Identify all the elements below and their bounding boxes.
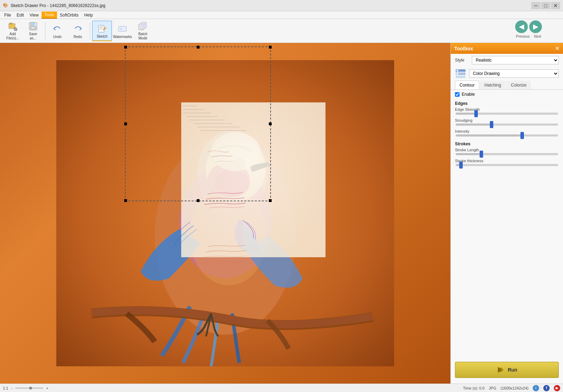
stroke-length-thumb[interactable] bbox=[480, 151, 483, 158]
batch-mode-button[interactable]: BatchMode bbox=[133, 21, 153, 41]
share-button[interactable]: f bbox=[543, 385, 550, 391]
menu-help[interactable]: Help bbox=[81, 12, 96, 18]
nav-labels: Previous Next bbox=[516, 34, 541, 38]
edge-strength-thumb[interactable] bbox=[474, 110, 478, 117]
nav-area: ◀ ▶ Previous Next bbox=[515, 20, 542, 38]
style-label: Style bbox=[455, 58, 469, 63]
stroke-thickness-track[interactable] bbox=[456, 164, 558, 166]
toolbox-spacer bbox=[451, 169, 563, 356]
format-label: JPG bbox=[489, 386, 496, 390]
presets-select[interactable]: Color Drawing bbox=[469, 69, 559, 78]
toolbar-separator-2 bbox=[90, 22, 90, 40]
close-button[interactable]: ✕ bbox=[551, 2, 560, 9]
run-area: Run bbox=[451, 356, 563, 384]
add-files-label: AddFile(s)... bbox=[6, 32, 19, 40]
add-files-button[interactable]: AddFile(s)... bbox=[3, 21, 23, 41]
enable-row: Enable bbox=[451, 90, 563, 99]
sketch-label: Sketch bbox=[97, 34, 108, 39]
title-bar: 🎨 Sketch Drawer Pro - 1442285_8066162822… bbox=[0, 0, 563, 11]
save-as-button[interactable]: Saveas... bbox=[23, 21, 43, 41]
edge-strength-label: Edge Strength bbox=[455, 107, 559, 112]
canvas-area[interactable] bbox=[0, 43, 450, 384]
redo-label: Redo bbox=[74, 35, 82, 39]
toolbox-title: Toolbox bbox=[454, 46, 473, 51]
nav-buttons: ◀ ▶ bbox=[515, 20, 542, 33]
redo-button[interactable]: Redo bbox=[68, 21, 88, 41]
status-bar: 1:1 - + Time (s): 0.0 JPG (1600x1242x24)… bbox=[0, 384, 563, 392]
undo-icon bbox=[52, 23, 63, 34]
next-button[interactable]: ▶ bbox=[529, 20, 542, 33]
title-bar-text: Sketch Drawer Pro - 1442285_80661628222s… bbox=[11, 3, 531, 8]
intensity-thumb[interactable] bbox=[520, 132, 524, 139]
menu-tools[interactable]: Tools bbox=[42, 12, 57, 19]
presets-icon bbox=[455, 68, 466, 79]
style-select[interactable]: Realistic bbox=[472, 56, 559, 64]
run-icon bbox=[496, 366, 505, 374]
menu-view[interactable]: View bbox=[27, 12, 42, 18]
svg-point-47 bbox=[457, 70, 458, 71]
watermarks-icon: A bbox=[117, 23, 128, 34]
intensity-track[interactable] bbox=[456, 134, 558, 137]
sketch-icon bbox=[96, 23, 108, 34]
strokes-section-header: Strokes bbox=[451, 139, 563, 147]
svg-rect-46 bbox=[456, 76, 466, 78]
zoom-area: 1:1 - + bbox=[3, 386, 50, 390]
svg-rect-1 bbox=[10, 23, 12, 24]
smudging-fill bbox=[456, 124, 492, 126]
maximize-button[interactable]: □ bbox=[541, 2, 550, 9]
edges-section-header: Edges bbox=[451, 99, 563, 107]
save-as-label: Saveas... bbox=[29, 32, 37, 40]
zoom-thumb bbox=[29, 387, 32, 390]
menu-edit[interactable]: Edit bbox=[14, 12, 27, 18]
tab-colorize[interactable]: Colorize bbox=[506, 81, 531, 89]
dimensions-label: (1600x1242x24) bbox=[500, 386, 529, 390]
menu-softorbits[interactable]: SoftOrbits bbox=[57, 12, 81, 18]
watermarks-button[interactable]: A Watermarks bbox=[113, 21, 132, 41]
svg-point-48 bbox=[457, 73, 458, 75]
stroke-length-track[interactable] bbox=[456, 153, 558, 155]
info-button[interactable]: i bbox=[533, 385, 539, 391]
zoom-track[interactable] bbox=[15, 387, 43, 389]
toolbox-close-button[interactable]: ✕ bbox=[555, 45, 559, 52]
previous-label: Previous bbox=[516, 34, 530, 38]
tab-hatching[interactable]: Hatching bbox=[480, 81, 506, 89]
previous-button[interactable]: ◀ bbox=[515, 20, 528, 33]
edge-strength-slider-row: Edge Strength bbox=[451, 107, 563, 118]
batch-icon bbox=[137, 21, 148, 31]
intensity-label: Intensity bbox=[455, 129, 559, 133]
svg-rect-9 bbox=[31, 27, 35, 29]
svg-marker-50 bbox=[501, 367, 504, 373]
video-button[interactable]: ▶ bbox=[554, 385, 560, 391]
status-info: Time (s): 0.0 JPG (1600x1242x24) i f ▶ bbox=[463, 385, 560, 391]
toolbar-separator-1 bbox=[45, 22, 45, 40]
bird-image bbox=[0, 43, 450, 384]
smudging-track[interactable] bbox=[456, 124, 558, 126]
presets-row: Color Drawing bbox=[451, 67, 563, 81]
zoom-min-button[interactable]: - bbox=[10, 386, 14, 390]
watermarks-label: Watermarks bbox=[113, 35, 132, 39]
add-files-icon bbox=[7, 21, 18, 31]
tab-contour[interactable]: Contour bbox=[455, 81, 479, 89]
run-label: Run bbox=[508, 367, 517, 373]
menu-file[interactable]: File bbox=[1, 12, 14, 18]
save-icon bbox=[27, 21, 39, 31]
minimize-button[interactable]: ─ bbox=[531, 2, 540, 9]
stroke-thickness-thumb[interactable] bbox=[459, 162, 463, 169]
menu-bar: File Edit View Tools SoftOrbits Help bbox=[0, 11, 563, 19]
enable-label: Enable bbox=[462, 92, 475, 97]
undo-label: Undo bbox=[53, 35, 62, 39]
undo-button[interactable]: Undo bbox=[48, 21, 67, 41]
time-label: Time (s): 0.0 bbox=[463, 386, 485, 390]
edge-strength-track[interactable] bbox=[456, 113, 558, 115]
enable-checkbox[interactable] bbox=[455, 92, 460, 97]
batch-mode-label: BatchMode bbox=[138, 32, 147, 40]
smudging-thumb[interactable] bbox=[490, 121, 493, 128]
next-label: Next bbox=[534, 34, 541, 38]
smudging-label: Smudging bbox=[455, 118, 559, 122]
stroke-length-slider-row: Stroke Length bbox=[451, 147, 563, 158]
zoom-level: 1:1 bbox=[3, 386, 8, 390]
zoom-max-button[interactable]: + bbox=[45, 386, 50, 390]
main-content: Toolbox ✕ Style Realistic Color bbox=[0, 43, 563, 384]
run-button[interactable]: Run bbox=[455, 362, 559, 378]
sketch-button[interactable]: Sketch bbox=[92, 21, 112, 41]
